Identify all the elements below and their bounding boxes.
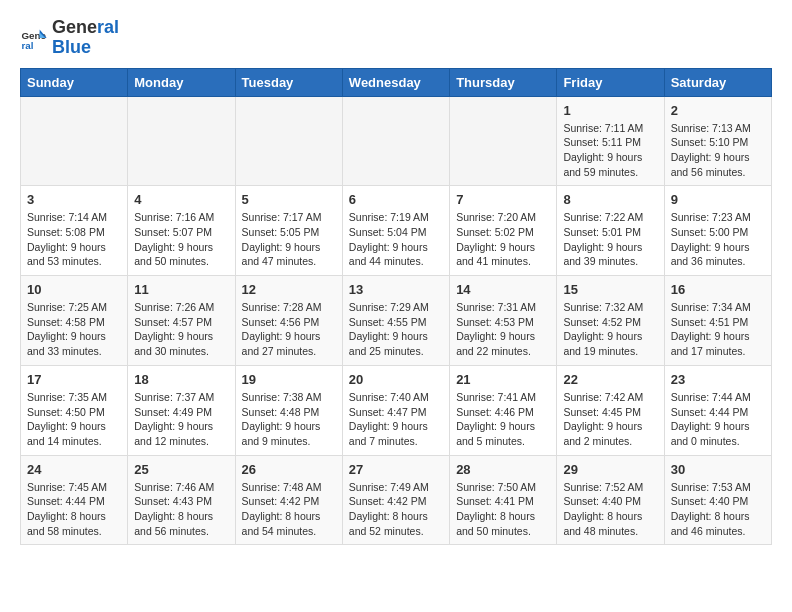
calendar-cell: 22Sunrise: 7:42 AM Sunset: 4:45 PM Dayli… [557,365,664,455]
calendar-cell [235,96,342,186]
day-number: 30 [671,462,765,477]
day-info: Sunrise: 7:19 AM Sunset: 5:04 PM Dayligh… [349,210,443,269]
calendar-cell: 29Sunrise: 7:52 AM Sunset: 4:40 PM Dayli… [557,455,664,545]
day-number: 7 [456,192,550,207]
calendar-cell: 24Sunrise: 7:45 AM Sunset: 4:44 PM Dayli… [21,455,128,545]
weekday-header: Thursday [450,68,557,96]
day-number: 29 [563,462,657,477]
calendar-cell: 14Sunrise: 7:31 AM Sunset: 4:53 PM Dayli… [450,276,557,366]
calendar-cell [128,96,235,186]
calendar-table: SundayMondayTuesdayWednesdayThursdayFrid… [20,68,772,546]
day-info: Sunrise: 7:23 AM Sunset: 5:00 PM Dayligh… [671,210,765,269]
day-info: Sunrise: 7:16 AM Sunset: 5:07 PM Dayligh… [134,210,228,269]
calendar-body: 1Sunrise: 7:11 AM Sunset: 5:11 PM Daylig… [21,96,772,545]
calendar-week-row: 10Sunrise: 7:25 AM Sunset: 4:58 PM Dayli… [21,276,772,366]
weekday-header: Wednesday [342,68,449,96]
day-number: 6 [349,192,443,207]
day-number: 9 [671,192,765,207]
weekday-row: SundayMondayTuesdayWednesdayThursdayFrid… [21,68,772,96]
calendar-cell: 10Sunrise: 7:25 AM Sunset: 4:58 PM Dayli… [21,276,128,366]
calendar-cell: 15Sunrise: 7:32 AM Sunset: 4:52 PM Dayli… [557,276,664,366]
day-info: Sunrise: 7:40 AM Sunset: 4:47 PM Dayligh… [349,390,443,449]
day-number: 8 [563,192,657,207]
weekday-header: Monday [128,68,235,96]
day-info: Sunrise: 7:28 AM Sunset: 4:56 PM Dayligh… [242,300,336,359]
day-number: 2 [671,103,765,118]
calendar-cell: 2Sunrise: 7:13 AM Sunset: 5:10 PM Daylig… [664,96,771,186]
calendar-cell: 28Sunrise: 7:50 AM Sunset: 4:41 PM Dayli… [450,455,557,545]
day-info: Sunrise: 7:25 AM Sunset: 4:58 PM Dayligh… [27,300,121,359]
day-number: 21 [456,372,550,387]
day-info: Sunrise: 7:48 AM Sunset: 4:42 PM Dayligh… [242,480,336,539]
logo: Gene ral GeneralBlue [20,18,119,58]
calendar-cell: 18Sunrise: 7:37 AM Sunset: 4:49 PM Dayli… [128,365,235,455]
day-info: Sunrise: 7:22 AM Sunset: 5:01 PM Dayligh… [563,210,657,269]
calendar-cell: 5Sunrise: 7:17 AM Sunset: 5:05 PM Daylig… [235,186,342,276]
day-number: 25 [134,462,228,477]
day-info: Sunrise: 7:50 AM Sunset: 4:41 PM Dayligh… [456,480,550,539]
page-header: Gene ral GeneralBlue [0,0,792,68]
calendar-cell: 27Sunrise: 7:49 AM Sunset: 4:42 PM Dayli… [342,455,449,545]
calendar-cell: 20Sunrise: 7:40 AM Sunset: 4:47 PM Dayli… [342,365,449,455]
day-info: Sunrise: 7:31 AM Sunset: 4:53 PM Dayligh… [456,300,550,359]
day-info: Sunrise: 7:37 AM Sunset: 4:49 PM Dayligh… [134,390,228,449]
calendar-week-row: 1Sunrise: 7:11 AM Sunset: 5:11 PM Daylig… [21,96,772,186]
calendar-cell: 9Sunrise: 7:23 AM Sunset: 5:00 PM Daylig… [664,186,771,276]
day-info: Sunrise: 7:13 AM Sunset: 5:10 PM Dayligh… [671,121,765,180]
day-info: Sunrise: 7:26 AM Sunset: 4:57 PM Dayligh… [134,300,228,359]
day-number: 22 [563,372,657,387]
day-number: 1 [563,103,657,118]
calendar-cell: 4Sunrise: 7:16 AM Sunset: 5:07 PM Daylig… [128,186,235,276]
calendar-cell: 12Sunrise: 7:28 AM Sunset: 4:56 PM Dayli… [235,276,342,366]
day-info: Sunrise: 7:35 AM Sunset: 4:50 PM Dayligh… [27,390,121,449]
day-info: Sunrise: 7:34 AM Sunset: 4:51 PM Dayligh… [671,300,765,359]
day-info: Sunrise: 7:46 AM Sunset: 4:43 PM Dayligh… [134,480,228,539]
calendar-cell: 23Sunrise: 7:44 AM Sunset: 4:44 PM Dayli… [664,365,771,455]
day-number: 10 [27,282,121,297]
calendar-cell: 11Sunrise: 7:26 AM Sunset: 4:57 PM Dayli… [128,276,235,366]
day-info: Sunrise: 7:53 AM Sunset: 4:40 PM Dayligh… [671,480,765,539]
calendar-cell: 26Sunrise: 7:48 AM Sunset: 4:42 PM Dayli… [235,455,342,545]
calendar-cell: 16Sunrise: 7:34 AM Sunset: 4:51 PM Dayli… [664,276,771,366]
calendar-cell: 8Sunrise: 7:22 AM Sunset: 5:01 PM Daylig… [557,186,664,276]
day-number: 23 [671,372,765,387]
logo-text: GeneralBlue [52,18,119,58]
day-info: Sunrise: 7:17 AM Sunset: 5:05 PM Dayligh… [242,210,336,269]
calendar-week-row: 3Sunrise: 7:14 AM Sunset: 5:08 PM Daylig… [21,186,772,276]
calendar-week-row: 17Sunrise: 7:35 AM Sunset: 4:50 PM Dayli… [21,365,772,455]
calendar-cell: 1Sunrise: 7:11 AM Sunset: 5:11 PM Daylig… [557,96,664,186]
day-info: Sunrise: 7:38 AM Sunset: 4:48 PM Dayligh… [242,390,336,449]
day-info: Sunrise: 7:11 AM Sunset: 5:11 PM Dayligh… [563,121,657,180]
day-number: 15 [563,282,657,297]
day-info: Sunrise: 7:49 AM Sunset: 4:42 PM Dayligh… [349,480,443,539]
day-number: 4 [134,192,228,207]
day-number: 18 [134,372,228,387]
day-info: Sunrise: 7:32 AM Sunset: 4:52 PM Dayligh… [563,300,657,359]
calendar-cell: 19Sunrise: 7:38 AM Sunset: 4:48 PM Dayli… [235,365,342,455]
day-number: 27 [349,462,443,477]
day-info: Sunrise: 7:14 AM Sunset: 5:08 PM Dayligh… [27,210,121,269]
logo-icon: Gene ral [20,24,48,52]
weekday-header: Saturday [664,68,771,96]
day-info: Sunrise: 7:29 AM Sunset: 4:55 PM Dayligh… [349,300,443,359]
calendar-header: SundayMondayTuesdayWednesdayThursdayFrid… [21,68,772,96]
calendar-wrap: SundayMondayTuesdayWednesdayThursdayFrid… [0,68,792,556]
day-info: Sunrise: 7:20 AM Sunset: 5:02 PM Dayligh… [456,210,550,269]
day-number: 3 [27,192,121,207]
calendar-cell [21,96,128,186]
calendar-cell: 13Sunrise: 7:29 AM Sunset: 4:55 PM Dayli… [342,276,449,366]
day-number: 16 [671,282,765,297]
day-number: 5 [242,192,336,207]
day-number: 26 [242,462,336,477]
day-number: 20 [349,372,443,387]
calendar-cell: 7Sunrise: 7:20 AM Sunset: 5:02 PM Daylig… [450,186,557,276]
day-info: Sunrise: 7:52 AM Sunset: 4:40 PM Dayligh… [563,480,657,539]
calendar-cell: 30Sunrise: 7:53 AM Sunset: 4:40 PM Dayli… [664,455,771,545]
day-info: Sunrise: 7:44 AM Sunset: 4:44 PM Dayligh… [671,390,765,449]
day-number: 13 [349,282,443,297]
day-info: Sunrise: 7:41 AM Sunset: 4:46 PM Dayligh… [456,390,550,449]
calendar-cell: 6Sunrise: 7:19 AM Sunset: 5:04 PM Daylig… [342,186,449,276]
day-number: 14 [456,282,550,297]
weekday-header: Sunday [21,68,128,96]
day-number: 17 [27,372,121,387]
